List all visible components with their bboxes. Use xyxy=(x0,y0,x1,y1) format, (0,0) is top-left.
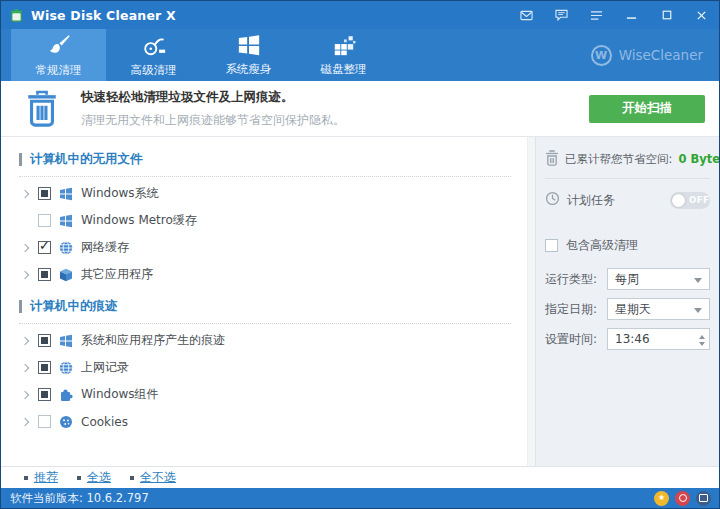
item-checkbox[interactable] xyxy=(38,187,51,200)
list-item-windows-components[interactable]: Windows组件 xyxy=(19,381,527,408)
list-item-windows-system[interactable]: Windows系统 xyxy=(19,180,527,207)
brand-logo: W WiseCleaner xyxy=(591,29,703,81)
bullet-icon xyxy=(77,476,81,480)
expand-arrow[interactable] xyxy=(19,272,36,278)
item-label: Windows系统 xyxy=(81,185,159,202)
windows-logo-icon xyxy=(59,334,73,348)
section-bar xyxy=(19,300,22,313)
expand-arrow[interactable] xyxy=(19,191,36,197)
savings-label: 已累计帮您节省空间: xyxy=(565,152,672,167)
app-logo-icon xyxy=(9,8,24,23)
brand-w-icon: W xyxy=(591,45,612,66)
scheduled-time-value: 13:46 xyxy=(615,332,650,346)
run-type-row: 运行类型: 每周 xyxy=(545,268,710,290)
item-checkbox[interactable] xyxy=(38,241,51,254)
tab-regular-clean[interactable]: 常规清理 xyxy=(11,29,106,81)
section-header-useless-files: 计算机中的无用文件 xyxy=(19,147,527,171)
cookie-icon xyxy=(59,415,73,429)
minimize-button[interactable] xyxy=(614,1,649,29)
forum-icon[interactable] xyxy=(696,491,711,506)
item-checkbox[interactable] xyxy=(38,334,51,347)
cleanup-list-panel: 计算机中的无用文件 Windows系统 Windows Metro缓存 xyxy=(1,137,527,466)
list-item-other-apps[interactable]: 其它应用程序 xyxy=(19,261,527,288)
link-label: 全选 xyxy=(87,469,111,486)
schedule-row: 计划任务 OFF xyxy=(545,189,710,211)
spinner-arrows[interactable] xyxy=(699,332,705,349)
run-type-select[interactable]: 每周 xyxy=(607,268,710,290)
link-recommended[interactable]: 推荐 xyxy=(24,469,58,486)
scheduled-day-value: 星期天 xyxy=(615,301,651,318)
chevron-right-icon xyxy=(21,336,29,344)
link-select-all[interactable]: 全选 xyxy=(77,469,111,486)
tab-system-slim[interactable]: 系统瘦身 xyxy=(201,29,296,81)
section-title: 计算机中的无用文件 xyxy=(30,151,143,168)
link-label: 全不选 xyxy=(140,469,176,486)
star-icon[interactable] xyxy=(654,491,669,506)
scheduled-time-row: 设置时间: 13:46 xyxy=(545,328,710,350)
item-checkbox[interactable] xyxy=(38,388,51,401)
main-area: 计算机中的无用文件 Windows系统 Windows Metro缓存 xyxy=(1,137,719,466)
link-select-none[interactable]: 全不选 xyxy=(130,469,176,486)
tab-label: 磁盘整理 xyxy=(321,62,367,77)
chevron-right-icon xyxy=(21,363,29,371)
list-item-browsing-history[interactable]: 上网记录 xyxy=(19,354,527,381)
spinner-up-icon xyxy=(699,332,705,339)
chevron-right-icon xyxy=(21,417,29,425)
list-item-network-cache[interactable]: 网络缓存 xyxy=(19,234,527,261)
item-checkbox[interactable] xyxy=(38,415,51,428)
expand-arrow[interactable] xyxy=(19,245,36,251)
list-item-cookies[interactable]: Cookies xyxy=(19,408,527,435)
scrollbar[interactable] xyxy=(527,137,535,466)
scheduled-day-select[interactable]: 星期天 xyxy=(607,298,710,320)
advanced-clean-checkbox[interactable] xyxy=(545,239,558,252)
mail-icon[interactable] xyxy=(509,1,544,29)
bullet-icon xyxy=(130,476,134,480)
expand-arrow xyxy=(19,218,36,224)
toggle-state-label: OFF xyxy=(689,195,709,205)
settings-sidebar: 已累计帮您节省空间: 0 Bytes 计划任务 OFF 包含高级清理 运行类型 xyxy=(535,137,719,466)
feedback-chat-icon[interactable] xyxy=(544,1,579,29)
banner-text: 快速轻松地清理垃圾文件及上网痕迹。 清理无用文件和上网痕迹能够节省空间保护隐私。 xyxy=(81,89,589,129)
item-checkbox[interactable] xyxy=(38,361,51,374)
start-scan-button[interactable]: 开始扫描 xyxy=(589,95,705,123)
item-checkbox[interactable] xyxy=(38,268,51,281)
schedule-label: 计划任务 xyxy=(567,192,663,209)
advanced-clean-row[interactable]: 包含高级清理 xyxy=(545,237,710,254)
close-button[interactable] xyxy=(684,1,719,29)
item-checkbox[interactable] xyxy=(38,214,51,227)
tab-advanced-clean[interactable]: 高级清理 xyxy=(106,29,201,81)
run-type-label: 运行类型: xyxy=(545,271,607,288)
expand-arrow[interactable] xyxy=(19,338,36,344)
list-item-metro-cache[interactable]: Windows Metro缓存 xyxy=(19,207,527,234)
weibo-icon[interactable] xyxy=(675,491,690,506)
banner-title: 快速轻松地清理垃圾文件及上网痕迹。 xyxy=(81,89,589,106)
expand-arrow[interactable] xyxy=(19,392,36,398)
scheduled-time-spinner[interactable]: 13:46 xyxy=(607,328,710,350)
scheduled-day-label: 指定日期: xyxy=(545,301,607,318)
main-nav: 常规清理 高级清理 系统瘦身 磁盘整理 W WiseCleaner xyxy=(1,29,719,81)
globe-icon xyxy=(59,241,73,255)
selection-links-bar: 推荐 全选 全不选 xyxy=(1,466,719,488)
trash-icon xyxy=(25,90,59,128)
window-title: Wise Disk Cleaner X xyxy=(31,8,176,23)
puzzle-icon xyxy=(59,388,73,402)
brand-name: WiseCleaner xyxy=(619,47,703,63)
schedule-toggle[interactable]: OFF xyxy=(670,192,710,209)
tab-disk-defrag[interactable]: 磁盘整理 xyxy=(296,29,391,81)
expand-arrow[interactable] xyxy=(19,365,36,371)
app-window: Wise Disk Cleaner X 常规清理 xyxy=(0,0,720,509)
section-header-traces: 计算机中的痕迹 xyxy=(19,294,527,318)
windows-icon xyxy=(237,33,261,60)
item-label: Windows Metro缓存 xyxy=(81,212,197,229)
maximize-button[interactable] xyxy=(649,1,684,29)
link-label: 推荐 xyxy=(34,469,58,486)
expand-arrow[interactable] xyxy=(19,419,36,425)
savings-value: 0 Bytes xyxy=(678,152,719,166)
run-type-value: 每周 xyxy=(615,271,639,288)
globe-icon xyxy=(59,361,73,375)
item-label: Windows组件 xyxy=(81,386,159,403)
item-label: 系统和应用程序产生的痕迹 xyxy=(81,332,225,349)
menu-icon[interactable] xyxy=(579,1,614,29)
list-item-system-traces[interactable]: 系统和应用程序产生的痕迹 xyxy=(19,327,527,354)
divider xyxy=(19,323,511,324)
